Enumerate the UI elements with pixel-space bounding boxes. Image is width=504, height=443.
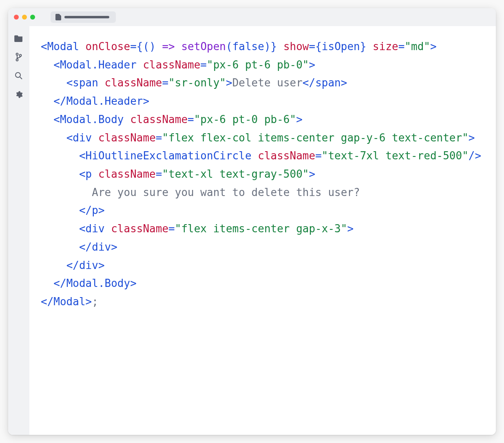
code-line[interactable]: </div> <box>41 238 496 256</box>
git-icon[interactable] <box>14 52 24 62</box>
files-icon[interactable] <box>14 33 24 43</box>
editor-window: <Modal onClose={() => setOpen(false)} sh… <box>8 8 496 435</box>
svg-point-1 <box>16 59 18 61</box>
activity-bar <box>8 26 29 435</box>
minimize-window-button[interactable] <box>22 15 27 20</box>
code-line[interactable]: <div className="flex items-center gap-x-… <box>41 220 496 238</box>
titlebar <box>8 8 496 26</box>
code-line[interactable]: </div> <box>41 256 496 275</box>
search-icon[interactable] <box>14 71 24 81</box>
close-window-button[interactable] <box>14 15 19 20</box>
code-line[interactable]: </p> <box>41 201 496 220</box>
svg-line-4 <box>20 77 22 79</box>
code-line[interactable]: <Modal.Body className="px-6 pt-0 pb-6"> <box>41 110 496 129</box>
code-line[interactable]: <div className="flex flex-col items-cent… <box>41 129 496 147</box>
traffic-lights <box>14 15 35 20</box>
gear-icon[interactable] <box>14 90 24 99</box>
code-line[interactable]: <HiOutlineExclamationCircle className="t… <box>41 147 496 165</box>
code-line[interactable]: <Modal onClose={() => setOpen(false)} sh… <box>41 37 496 56</box>
window-body: <Modal onClose={() => setOpen(false)} sh… <box>8 26 496 435</box>
code-editor[interactable]: <Modal onClose={() => setOpen(false)} sh… <box>29 26 496 435</box>
code-line[interactable]: <p className="text-xl text-gray-500"> <box>41 165 496 183</box>
tab-title-placeholder <box>64 16 109 18</box>
tab-bar <box>51 11 116 23</box>
editor-tab[interactable] <box>51 11 116 23</box>
code-line[interactable]: <span className="sr-only">Delete user</s… <box>41 74 496 92</box>
maximize-window-button[interactable] <box>30 15 35 20</box>
svg-point-0 <box>16 53 18 55</box>
code-line[interactable]: <Modal.Header className="px-6 pt-6 pb-0"… <box>41 56 496 74</box>
code-content[interactable]: <Modal onClose={() => setOpen(false)} sh… <box>41 37 496 311</box>
code-line[interactable]: </Modal.Header> <box>41 92 496 110</box>
code-line[interactable]: Are you sure you want to delete this use… <box>41 183 496 202</box>
svg-point-3 <box>15 73 20 77</box>
svg-point-2 <box>20 55 22 57</box>
code-line[interactable]: </Modal>; <box>41 293 496 311</box>
code-line[interactable]: </Modal.Body> <box>41 274 496 293</box>
file-icon <box>55 14 61 20</box>
